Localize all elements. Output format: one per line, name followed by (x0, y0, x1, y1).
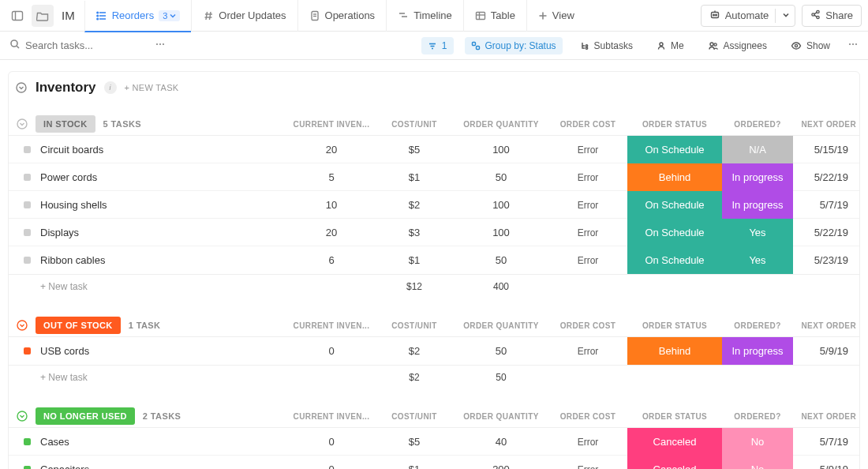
cell-order-cost[interactable]: Error (548, 464, 627, 470)
cell-next-order[interactable]: 5/9/19 (793, 463, 864, 469)
tab-operations[interactable]: Operations (297, 0, 387, 32)
new-task-button[interactable]: + NEW TASK (125, 83, 179, 92)
cell-order-quantity[interactable]: 50 (454, 171, 548, 183)
cell-order-quantity[interactable]: 50 (454, 254, 548, 266)
tab-reorders[interactable]: Reorders 3 (84, 1, 192, 32)
new-task-button[interactable]: + New task (36, 281, 288, 292)
cell-order-quantity[interactable]: 100 (454, 227, 548, 238)
cell-order-quantity[interactable]: 100 (454, 144, 548, 156)
group-collapse-icon[interactable] (9, 118, 36, 130)
cell-order-cost[interactable]: Error (548, 144, 627, 156)
cell-order-cost[interactable]: Error (548, 255, 627, 266)
table-row[interactable]: USB cords0$250ErrorBehindIn progress5/9/… (9, 337, 859, 365)
cell-cost-unit[interactable]: $5 (375, 144, 454, 156)
cell-order-cost[interactable]: Error (548, 437, 627, 448)
tab-timeline[interactable]: Timeline (386, 0, 463, 32)
table-row[interactable]: Housing shells10$2100ErrorOn ScheduleIn … (9, 191, 859, 219)
cell-order-quantity[interactable]: 100 (454, 199, 548, 211)
cell-next-order[interactable]: 5/7/19 (793, 199, 864, 211)
cell-cost-unit[interactable]: $5 (375, 436, 454, 448)
folder-icon[interactable] (32, 5, 54, 27)
task-name[interactable]: Ribbon cables (36, 254, 288, 266)
tab-order-updates[interactable]: Order Updates (191, 0, 297, 32)
cell-order-cost[interactable]: Error (548, 200, 627, 211)
cell-cost-unit[interactable]: $2 (375, 345, 454, 357)
cell-order-status[interactable]: Canceled (627, 456, 722, 469)
group-by-pill[interactable]: Group by: Status (465, 37, 563, 54)
automate-button[interactable]: Automate (701, 5, 796, 27)
cell-ordered[interactable]: Yes (722, 246, 793, 274)
task-name[interactable]: USB cords (36, 345, 288, 357)
table-row[interactable]: Capacitors0$1300ErrorCanceledNo5/9/19 (9, 456, 859, 469)
cell-order-status[interactable]: On Schedule (627, 136, 722, 163)
show-pill[interactable]: Show (784, 37, 836, 54)
cell-order-quantity[interactable]: 50 (454, 345, 548, 357)
cell-order-status[interactable]: Behind (627, 163, 722, 191)
cell-current-inventory[interactable]: 0 (288, 436, 375, 448)
cell-order-status[interactable]: On Schedule (627, 246, 722, 274)
filter-count-pill[interactable]: 1 (421, 37, 454, 54)
cell-next-order[interactable]: 5/15/19 (793, 144, 864, 156)
task-name[interactable]: Housing shells (36, 199, 288, 211)
cell-next-order[interactable]: 5/22/19 (793, 171, 864, 183)
status-chip[interactable]: OUT OF STOCK (36, 317, 121, 334)
table-row[interactable]: Circuit boards20$5100ErrorOn ScheduleN/A… (9, 136, 859, 163)
cell-ordered[interactable]: In progress (722, 191, 793, 219)
cell-current-inventory[interactable]: 6 (288, 254, 375, 266)
search-more-icon[interactable] (155, 39, 166, 52)
status-chip[interactable]: NO LONGER USED (36, 407, 135, 425)
task-name[interactable]: Power cords (36, 171, 288, 183)
search-input[interactable] (25, 39, 136, 51)
subtasks-pill[interactable]: Subtasks (574, 37, 639, 54)
tab-table[interactable]: Table (463, 0, 526, 32)
more-options-icon[interactable] (847, 39, 859, 52)
cell-current-inventory[interactable]: 5 (288, 171, 375, 183)
cell-order-status[interactable]: On Schedule (627, 219, 722, 246)
cell-ordered[interactable]: In progress (722, 337, 793, 365)
cell-order-status[interactable]: On Schedule (627, 191, 722, 219)
cell-order-cost[interactable]: Error (548, 227, 627, 238)
share-button[interactable]: Share (802, 5, 862, 27)
cell-order-cost[interactable]: Error (548, 172, 627, 183)
status-chip[interactable]: IN STOCK (36, 115, 95, 133)
table-row[interactable]: Cases0$540ErrorCanceledNo5/7/19 (9, 428, 859, 456)
table-row[interactable]: Power cords5$150ErrorBehindIn progress5/… (9, 163, 859, 191)
cell-ordered[interactable]: Yes (722, 219, 793, 246)
cell-next-order[interactable]: 5/22/19 (793, 227, 864, 238)
cell-current-inventory[interactable]: 20 (288, 144, 375, 156)
cell-ordered[interactable]: N/A (722, 136, 793, 163)
cell-order-status[interactable]: Canceled (627, 428, 722, 456)
cell-current-inventory[interactable]: 0 (288, 463, 375, 469)
task-name[interactable]: Cases (36, 436, 288, 448)
cell-cost-unit[interactable]: $2 (375, 199, 454, 211)
table-row[interactable]: Displays20$3100ErrorOn ScheduleYes5/22/1… (9, 219, 859, 246)
cell-order-cost[interactable]: Error (548, 346, 627, 357)
cell-next-order[interactable]: 5/9/19 (793, 345, 864, 357)
task-name[interactable]: Capacitors (36, 463, 288, 469)
cell-order-status[interactable]: Behind (627, 337, 722, 365)
me-pill[interactable]: Me (650, 37, 690, 54)
cell-next-order[interactable]: 5/23/19 (793, 254, 864, 266)
cell-cost-unit[interactable]: $1 (375, 171, 454, 183)
cell-next-order[interactable]: 5/7/19 (793, 436, 864, 448)
cell-ordered[interactable]: No (722, 428, 793, 456)
cell-cost-unit[interactable]: $3 (375, 227, 454, 238)
table-row[interactable]: Ribbon cables6$150ErrorOn ScheduleYes5/2… (9, 246, 859, 274)
info-icon[interactable]: i (104, 81, 117, 94)
assignees-pill[interactable]: Assignees (702, 37, 773, 54)
new-task-button[interactable]: + New task (36, 372, 288, 383)
tab-add-view[interactable]: View (526, 0, 586, 32)
cell-cost-unit[interactable]: $1 (375, 463, 454, 469)
group-collapse-icon[interactable] (9, 410, 36, 422)
sidebar-collapse-icon[interactable] (6, 5, 28, 27)
cell-cost-unit[interactable]: $1 (375, 254, 454, 266)
cell-order-quantity[interactable]: 300 (454, 463, 548, 469)
cell-current-inventory[interactable]: 20 (288, 227, 375, 238)
cell-current-inventory[interactable]: 10 (288, 199, 375, 211)
cell-current-inventory[interactable]: 0 (288, 345, 375, 357)
chevron-down-icon[interactable] (782, 9, 790, 21)
cell-ordered[interactable]: In progress (722, 163, 793, 191)
task-name[interactable]: Displays (36, 227, 288, 238)
group-collapse-icon[interactable] (9, 319, 36, 332)
cell-order-quantity[interactable]: 40 (454, 436, 548, 448)
